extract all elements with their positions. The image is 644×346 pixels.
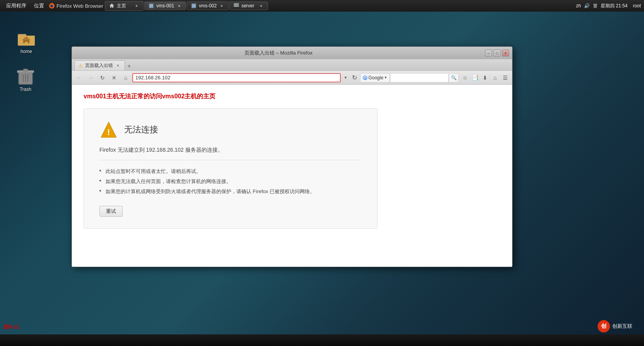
tab-vms001-label: vms-001 xyxy=(156,3,174,9)
home-folder-icon xyxy=(17,29,36,47)
tab-vms002-label: vms-002 xyxy=(199,3,217,9)
taskbar-tab-server[interactable]: server × xyxy=(229,2,268,10)
bookmark-star-button[interactable]: ☆ xyxy=(460,73,470,82)
taskbar-bottom xyxy=(0,334,644,346)
browser-tab-label: 页面载入出错 xyxy=(85,62,113,69)
server-tab-icon xyxy=(234,3,239,9)
bookmark-list-button[interactable]: 📑 xyxy=(470,73,480,82)
user-display: root xyxy=(630,3,641,9)
tab-home-close[interactable]: × xyxy=(134,3,139,9)
home-icon-label: home xyxy=(20,49,32,54)
taskbar-right: zh 🔊 冒 星期四 21:54 root xyxy=(576,3,641,9)
taskbar-tabs: 主页 × vms-001 × vms-002 × xyxy=(105,1,574,11)
brand-text: 创新互联 xyxy=(612,323,632,330)
tab-home-label: 主页 xyxy=(117,3,132,9)
new-tab-button[interactable]: + xyxy=(125,62,133,70)
taskbar-tab-vms002[interactable]: vms-002 × xyxy=(187,2,229,10)
url-dropdown-button[interactable]: ▼ xyxy=(342,73,348,82)
desktop: 应用程序 位置 Firefox Web Browser 主页 × xyxy=(0,0,644,346)
titlebar: 页面载入出错 – Mozilla Firefox – □ × xyxy=(72,47,512,59)
tab-warning-icon: ⚠ xyxy=(79,63,83,69)
brand-icon-text: 创 xyxy=(601,323,606,330)
browser-tab-error[interactable]: ⚠ 页面载入出错 × xyxy=(74,60,125,70)
search-bar: Google ▼ 🔍 xyxy=(360,73,459,82)
google-g-icon xyxy=(363,75,367,80)
maximize-button[interactable]: □ xyxy=(494,50,501,57)
menu-button[interactable]: ☰ xyxy=(501,73,510,82)
back-button[interactable]: ← xyxy=(74,73,84,83)
brand-icon: 创 xyxy=(598,320,610,332)
error-box: ! 无法连接 Firefox 无法建立到 192.168.26.102 服务器的… xyxy=(84,108,378,229)
svg-text:!: ! xyxy=(107,127,110,137)
desktop-icon-trash[interactable]: Trash xyxy=(15,65,36,94)
browser-label: Firefox Web Browser xyxy=(56,3,103,9)
forward-button[interactable]: → xyxy=(86,73,96,83)
trash-icon-label: Trash xyxy=(20,87,31,92)
lang-indicator: zh xyxy=(576,3,581,9)
datetime-display: 星期四 21:54 xyxy=(601,3,627,9)
error-title: 无法连接 xyxy=(124,124,158,135)
retry-button[interactable]: 重试 xyxy=(99,206,123,217)
error-divider xyxy=(99,160,362,160)
firefox-window: 页面载入出错 – Mozilla Firefox – □ × ⚠ 页面载入出错 … xyxy=(72,46,512,267)
browser-tab-bar: ⚠ 页面载入出错 × + xyxy=(72,59,512,71)
search-engine-selector[interactable]: Google ▼ xyxy=(360,73,390,82)
search-engine-label: Google xyxy=(368,75,383,81)
watermark: 图4-12 xyxy=(4,324,19,331)
error-item-3: 如果您的计算机或网络受到防火墙或者代理服务器的保护，请确认 Firefox 已被… xyxy=(99,187,362,197)
download-button[interactable]: ⬇ xyxy=(480,73,490,82)
firefox-taskbar-icon xyxy=(49,3,55,9)
warning-triangle-icon: ! xyxy=(99,120,118,139)
search-go-button[interactable]: 🔍 xyxy=(449,73,459,82)
tab-vms002-close[interactable]: × xyxy=(219,3,224,9)
brand-logo: 创 创新互联 xyxy=(598,320,632,332)
browser-toolbar: ← → ↻ ✕ ⌂ ▼ ↻ Google ▼ 🔍 xyxy=(72,71,512,85)
vms002-tab-icon xyxy=(191,3,196,9)
url-input[interactable] xyxy=(132,73,341,82)
minimize-icon: – xyxy=(487,51,490,55)
maximize-icon: □ xyxy=(496,51,498,55)
home-tab-icon xyxy=(109,3,114,9)
search-engine-dropdown-icon: ▼ xyxy=(384,76,387,79)
browser-tab-close[interactable]: × xyxy=(115,63,121,69)
svg-rect-5 xyxy=(192,4,196,8)
error-item-2: 如果您无法载入任何页面，请检查您计算机的网络连接。 xyxy=(99,176,362,187)
search-input[interactable] xyxy=(391,73,449,82)
error-item-1: 此站点暂时不可用或者太忙。请稍后再试。 xyxy=(99,166,362,176)
location-menu-label: 位置 xyxy=(34,3,44,9)
taskbar-tab-vms001[interactable]: vms-001 × xyxy=(144,2,186,10)
error-description: Firefox 无法建立到 192.168.26.102 服务器的连接。 xyxy=(99,147,362,154)
taskbar-tab-home[interactable]: 主页 × xyxy=(105,1,143,11)
taskbar-top: 应用程序 位置 Firefox Web Browser 主页 × xyxy=(0,0,644,12)
tab-server-label: server xyxy=(241,3,256,9)
stop-button[interactable]: ✕ xyxy=(109,73,119,83)
vms001-tab-icon xyxy=(149,3,154,9)
window-title: 页面载入出错 – Mozilla Firefox xyxy=(75,50,482,57)
error-header: ! 无法连接 xyxy=(99,120,362,139)
trash-icon xyxy=(17,67,34,85)
url-bar-container: ▼ ↻ xyxy=(132,73,359,82)
svg-point-9 xyxy=(237,4,238,5)
volume-icon[interactable]: 🔊 xyxy=(584,3,590,9)
keyboard-icon: 冒 xyxy=(593,3,598,9)
svg-rect-3 xyxy=(149,4,153,8)
url-reload-button[interactable]: ↻ xyxy=(350,74,359,82)
error-list: 此站点暂时不可用或者太忙。请稍后再试。 如果您无法载入任何页面，请检查您计算机的… xyxy=(99,166,362,197)
close-button[interactable]: × xyxy=(502,50,509,57)
location-menu[interactable]: 位置 xyxy=(31,2,47,10)
page-annotation: vms001主机无法正常的访问vms002主机的主页 xyxy=(84,92,501,101)
desktop-icon-home[interactable]: home xyxy=(15,27,37,56)
tab-server-close[interactable]: × xyxy=(258,3,264,9)
toolbar-right-buttons: ☆ 📑 ⬇ ⌂ ☰ xyxy=(460,73,510,82)
home-nav-button[interactable]: ⌂ xyxy=(121,73,131,83)
titlebar-buttons: – □ × xyxy=(485,50,509,57)
reload-button[interactable]: ↻ xyxy=(97,73,108,83)
minimize-button[interactable]: – xyxy=(485,50,492,57)
app-menu[interactable]: 应用程序 xyxy=(3,2,29,10)
browser-content: vms001主机无法正常的访问vms002主机的主页 ! 无法连接 Firefo… xyxy=(72,85,512,267)
svg-point-10 xyxy=(237,6,238,7)
close-icon: × xyxy=(504,51,507,55)
tab-vms001-close[interactable]: × xyxy=(176,3,182,9)
svg-rect-18 xyxy=(23,69,28,71)
home-toolbar-button[interactable]: ⌂ xyxy=(490,73,500,82)
